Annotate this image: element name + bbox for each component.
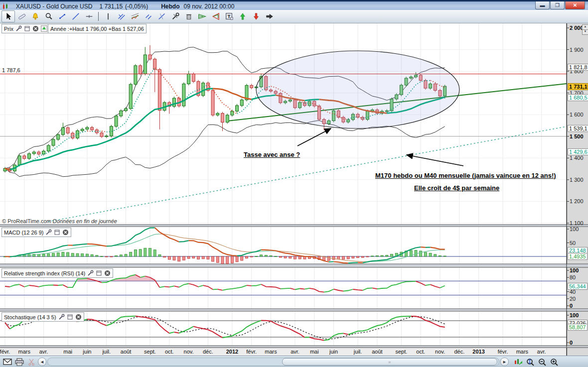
horizontal-line-icon [85,12,94,21]
wrench-icon[interactable] [58,314,65,320]
wrench-icon[interactable] [15,25,22,32]
vertical-line-icon [104,12,113,21]
scroll-right-button[interactable]: ▶ [500,358,509,366]
zoom-tool-button[interactable] [42,10,55,22]
application-window: XAUUSD - Gold Ounce USD 1 731,15 (-0,05%… [0,0,588,367]
scroll-left-button[interactable]: ◀ [38,358,46,366]
wrench-icon[interactable] [45,229,52,236]
app-logo-icon [2,3,9,10]
triangle-pattern-icon [198,12,207,21]
detach-window-icon[interactable] [96,270,102,276]
data-note-text: Données en fin de journée [53,218,117,224]
pointer-icon [4,12,13,21]
window-change: (-0,05%) [125,3,148,10]
restore-button[interactable]: ❐ [550,1,565,9]
segment-tool-button[interactable] [55,10,69,22]
alert-tool-button[interactable] [28,10,42,22]
move-up-icon[interactable] [41,25,47,32]
time-axis-background [0,348,567,356]
horizontal-line-tool-button[interactable] [82,10,96,22]
channel-tool-button[interactable] [128,10,142,22]
price-axis-background [567,23,588,356]
parallel-segment-tool-button[interactable] [115,10,128,22]
arrow-down-icon [252,12,261,21]
arrow-up-icon [238,12,247,21]
detach-window-icon[interactable] [54,229,60,236]
minimize-button[interactable]: ▬ [535,1,550,9]
scissors-icon [27,358,35,366]
line-tool-button[interactable] [69,10,82,22]
price-panel-label: Prix [4,26,13,32]
close-icon[interactable] [62,229,69,236]
expanding-pattern-tool-button[interactable] [209,10,222,22]
horizontal-line-price-label: 1 787,6 [2,67,20,73]
scrollbar-thumb[interactable]: = [282,358,497,366]
short-trend-icon [144,12,153,21]
delete-drawing-button[interactable] [182,10,195,22]
print-button[interactable] [14,358,25,367]
pointer-tool-button[interactable] [1,10,15,22]
close-button[interactable]: ✕ [565,1,585,9]
trash-icon [184,12,193,21]
line-icon [71,12,80,21]
detach-window-icon[interactable] [24,25,30,32]
close-icon[interactable] [32,25,39,32]
zoom-out-icon [538,358,547,367]
window-period: Hebdo [161,3,179,10]
parallel-segment-icon [117,12,126,21]
annotation-moving-average: M170 hebdo ou M40 mensuelle (jamais vain… [375,172,556,179]
stoch-panel-title: Stochastique (14 3 5) [4,314,56,320]
window-title: XAUUSD - Gold Ounce USD [16,3,92,10]
arrow-down-tool-button[interactable] [249,10,263,22]
triangle-pattern-tool-button[interactable] [195,10,209,22]
detach-window-icon[interactable] [67,314,73,320]
copyright-note: © ProRealTime.com Données en fin de jour… [2,218,117,224]
mail-icon [3,359,12,365]
ruler-tool-button[interactable] [15,10,28,22]
annotation-growth-rate: Elle croît de 4$ par semaine [414,184,499,192]
zoom-range-icon [526,358,535,367]
zoom-in-button[interactable] [549,358,560,367]
arrow-right-icon [265,12,274,21]
window-timestamp: 09 nov. 2012 00:00 [183,3,234,10]
drawing-toolbar: T [0,10,588,23]
stoch-panel-header: Stochastique (14 3 5) [1,312,84,322]
year-range-text: Année :+Haut 1 796,00 +Bas 1 527,06 [50,26,144,32]
macd-panel-header: MACD (12 26 9) [1,228,71,237]
arrow-right-tool-button[interactable] [263,10,276,22]
alert-bell-icon [31,12,40,21]
rsi-panel-title: Relative strength index (RSI) (14) [4,270,85,276]
window-last-price: 1 731,15 [99,3,123,10]
close-icon[interactable] [104,270,111,276]
macd-panel-title: MACD (12 26 9) [4,230,43,236]
drawing-settings-button[interactable] [168,10,182,22]
auto-zoom-button[interactable] [513,358,524,367]
zoom-out-button[interactable] [537,358,548,367]
wrench-icon[interactable] [87,270,94,276]
bottom-bar: ◀ = ▶ [0,356,588,367]
mail-button[interactable] [2,358,13,367]
rsi-panel-header: Relative strength index (RSI) (14) [1,268,113,278]
tools-wrench-icon [171,12,180,21]
printer-icon [15,358,24,366]
angle-trend-icon [157,12,166,21]
horizontal-scrollbar[interactable]: = [47,358,499,366]
segment-icon [58,12,67,21]
short-trend-tool-button[interactable] [142,10,155,22]
annotation-cup-handle: Tasse avec anse ? [244,151,300,158]
expanding-pattern-icon [211,12,220,21]
channel-icon [131,12,140,21]
price-axis-scroll-down[interactable]: ▼ [582,29,588,35]
zoom-range-button[interactable] [525,358,536,367]
toolbar-divider [98,12,99,21]
year-range-info: Année :+Haut 1 796,00 +Bas 1 527,06 [48,24,147,33]
arrow-up-tool-button[interactable] [236,10,249,22]
close-icon[interactable] [75,314,82,320]
vertical-line-tool-button[interactable] [101,10,115,22]
text-tool-icon: T [225,12,234,21]
ruler-icon [17,12,26,21]
text-tool-button[interactable]: T [222,10,236,22]
angle-trend-tool-button[interactable] [155,10,168,22]
copyright-text: © ProRealTime.com [2,218,51,224]
cut-button[interactable] [26,358,37,367]
